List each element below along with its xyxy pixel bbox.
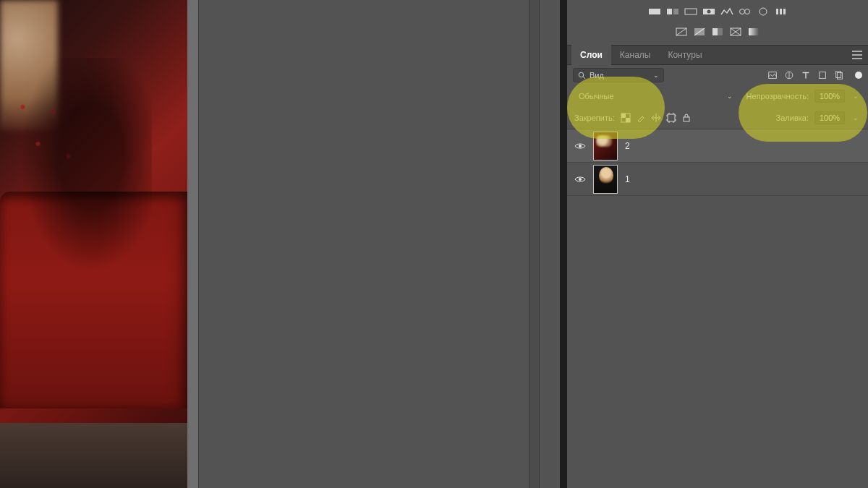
fill-value[interactable]: 100% (814, 111, 845, 124)
visibility-toggle[interactable] (574, 175, 586, 184)
svg-point-6 (739, 9, 744, 14)
lock-all-icon[interactable] (681, 113, 692, 123)
filter-type-icon[interactable] (800, 69, 812, 81)
filter-smart-icon[interactable] (833, 69, 845, 81)
layer-thumbnail[interactable] (593, 132, 618, 160)
layers-panel: Слои Каналы Контуры Вид ⌄ Обычные ⌄ Непр… (567, 0, 868, 488)
svg-point-29 (579, 145, 582, 147)
layer-name[interactable]: 2 (625, 141, 630, 151)
filter-shape-icon[interactable] (817, 69, 828, 81)
lock-label: Закрепить: (574, 114, 615, 122)
svg-rect-10 (780, 9, 782, 14)
blend-mode-row: Обычные ⌄ Непрозрачность: 100% ⌄ (567, 85, 868, 107)
svg-rect-15 (712, 28, 718, 35)
canvas-pasteboard[interactable] (198, 0, 529, 488)
lock-row: Закрепить: Заливка: 100% ⌄ (567, 107, 868, 129)
svg-point-5 (707, 10, 710, 14)
blend-mode-value: Обычные (579, 92, 614, 100)
opacity-value[interactable]: 100% (814, 90, 845, 103)
filter-adjust-icon[interactable] (783, 69, 795, 81)
canvas-scrollbar-vertical[interactable] (529, 0, 540, 488)
svg-rect-17 (749, 28, 759, 35)
svg-rect-0 (649, 9, 660, 14)
svg-rect-21 (820, 72, 826, 79)
svg-point-18 (579, 72, 583, 77)
lock-paint-icon[interactable] (636, 113, 646, 123)
panel-menu-icon[interactable] (852, 51, 862, 61)
lock-transparency-icon[interactable] (621, 113, 631, 123)
adj-icon[interactable] (702, 7, 715, 17)
adjustment-presets-row-2 (567, 23, 868, 40)
adj-icon[interactable] (684, 7, 697, 17)
layer-row[interactable]: 2 (567, 129, 868, 163)
svg-point-7 (744, 9, 749, 14)
opacity-label: Непрозрачность: (746, 92, 809, 100)
filter-pixel-icon[interactable] (767, 69, 778, 81)
tab-paths[interactable]: Контуры (659, 45, 710, 65)
adj-icon[interactable] (747, 27, 760, 37)
document-canvas-area[interactable] (0, 0, 198, 488)
svg-rect-26 (626, 118, 630, 122)
svg-rect-25 (621, 114, 626, 118)
eye-icon (574, 142, 586, 150)
adj-icon[interactable] (757, 7, 770, 17)
svg-point-8 (760, 8, 767, 15)
chevron-down-icon[interactable]: ⌄ (851, 114, 861, 121)
search-icon (578, 72, 586, 80)
layer-filter-row: Вид ⌄ (567, 65, 868, 85)
svg-point-30 (579, 178, 582, 181)
svg-rect-27 (668, 114, 675, 121)
adj-icon[interactable] (711, 27, 724, 37)
tab-channels[interactable]: Каналы (611, 45, 660, 65)
panel-divider[interactable] (560, 0, 567, 488)
panel-tabs: Слои Каналы Контуры (567, 45, 868, 65)
chevron-down-icon: ⌄ (725, 93, 735, 100)
svg-rect-1 (667, 9, 672, 14)
canvas-image-part (0, 192, 187, 408)
layer-row[interactable]: 1 (567, 163, 868, 196)
lock-artboard-icon[interactable] (666, 113, 676, 123)
adj-icon[interactable] (729, 27, 742, 37)
filter-label: Вид (590, 71, 604, 80)
visibility-toggle[interactable] (574, 142, 586, 150)
svg-rect-3 (685, 9, 697, 14)
canvas-image[interactable] (0, 0, 187, 488)
adj-icon[interactable] (739, 7, 752, 17)
layer-name[interactable]: 1 (625, 174, 630, 184)
adj-icon[interactable] (648, 7, 661, 17)
chevron-down-icon[interactable]: ⌄ (851, 93, 861, 100)
adj-icon[interactable] (720, 7, 733, 17)
svg-rect-2 (673, 9, 678, 14)
chevron-down-icon: ⌄ (653, 72, 659, 79)
svg-rect-11 (783, 9, 786, 14)
fill-label: Заливка: (776, 114, 809, 122)
adj-icon[interactable] (693, 27, 706, 37)
adj-icon[interactable] (675, 27, 688, 37)
layers-list: 2 1 (567, 129, 868, 196)
svg-rect-9 (776, 9, 778, 14)
filter-toggle[interactable] (855, 72, 862, 79)
tab-layers[interactable]: Слои (571, 45, 611, 65)
adj-icon[interactable] (775, 7, 788, 17)
canvas-ruler-gap (187, 0, 198, 488)
blend-mode-select[interactable]: Обычные ⌄ (574, 92, 741, 100)
layer-filter-select[interactable]: Вид ⌄ (573, 68, 664, 82)
eye-icon (574, 175, 586, 184)
layer-thumbnail[interactable] (593, 165, 618, 194)
canvas-image-part (0, 423, 187, 488)
adj-icon[interactable] (666, 7, 679, 17)
lock-move-icon[interactable] (651, 113, 661, 123)
svg-rect-28 (684, 117, 689, 121)
adjustment-presets-row-1 (567, 3, 868, 20)
